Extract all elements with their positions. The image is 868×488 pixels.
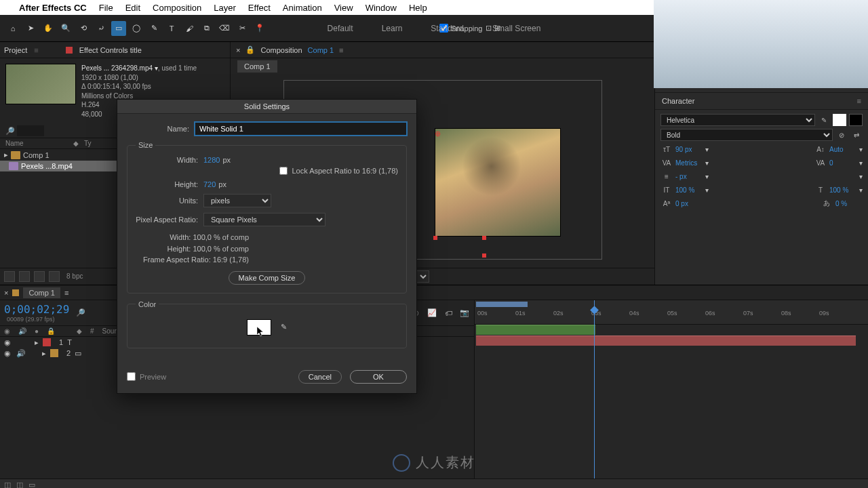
current-timecode[interactable]: 0;00;02;29: [4, 303, 69, 316]
tracking-input[interactable]: 0: [829, 159, 856, 167]
comp-menu-icon[interactable]: ≡: [339, 46, 343, 54]
layer-bar-2[interactable]: [476, 336, 856, 346]
status-icon-3[interactable]: ▭: [28, 481, 37, 487]
width-input[interactable]: 1280: [203, 156, 220, 164]
col-type[interactable]: Ty: [84, 140, 92, 147]
ellipse-tool-icon[interactable]: ◯: [129, 21, 144, 36]
visibility-icon[interactable]: ◉: [4, 338, 12, 347]
playhead[interactable]: [594, 300, 595, 488]
snapshot-icon[interactable]: 📷: [459, 308, 470, 319]
menu-animation[interactable]: Animation: [283, 3, 322, 13]
new-comp-icon[interactable]: [34, 271, 45, 282]
tsume-input[interactable]: 0 %: [835, 200, 863, 207]
menu-composition[interactable]: Composition: [153, 3, 201, 13]
menu-edit[interactable]: Edit: [125, 3, 140, 13]
font-size-input[interactable]: 90 px: [675, 146, 703, 153]
layer-color-swatch[interactable]: [50, 349, 58, 357]
search-icon[interactable]: 🔎: [5, 127, 15, 135]
menu-effect[interactable]: Effect: [248, 3, 271, 13]
work-area-bar[interactable]: [476, 302, 528, 307]
project-thumbnail[interactable]: [5, 64, 76, 104]
brush-tool-icon[interactable]: 🖌: [182, 21, 197, 36]
timeline-tracks[interactable]: 00s 01s 02s 03s 04s 05s 06s 07s 08s 09s: [475, 300, 868, 488]
rectangle-tool-icon[interactable]: ▭: [111, 21, 126, 36]
visibility-icon[interactable]: ◉: [4, 349, 12, 358]
col-label-icon[interactable]: ◆: [73, 140, 79, 147]
bpc-toggle[interactable]: 8 bpc: [64, 271, 85, 282]
workspace-small-screen[interactable]: Small Screen: [488, 21, 545, 36]
effect-controls-tab[interactable]: Effect Controls title: [79, 46, 142, 54]
tl-search-icon[interactable]: 🔎: [76, 308, 85, 317]
no-fill-icon[interactable]: ⊘: [835, 129, 848, 140]
layer-color-swatch[interactable]: [43, 338, 51, 346]
tl-close-icon[interactable]: ×: [4, 289, 8, 297]
stroke-width-input[interactable]: - px: [675, 173, 703, 180]
color-swatch[interactable]: [247, 319, 271, 336]
height-input[interactable]: 720: [203, 180, 216, 188]
comp-name[interactable]: Comp 1: [308, 46, 334, 54]
leading-input[interactable]: Auto: [829, 146, 856, 153]
clone-tool-icon[interactable]: ⧉: [199, 21, 214, 36]
menu-window[interactable]: Window: [366, 3, 397, 13]
swap-colors-icon[interactable]: ⇄: [850, 129, 863, 140]
roto-tool-icon[interactable]: ✂: [235, 21, 250, 36]
graph-editor-icon[interactable]: 📈: [427, 308, 437, 319]
workspace-learn[interactable]: Learn: [378, 21, 407, 36]
hand-tool-icon[interactable]: ✋: [41, 21, 56, 36]
cancel-button[interactable]: Cancel: [298, 370, 342, 384]
workspace-standard[interactable]: Standard: [427, 21, 468, 36]
color-eyedropper-icon[interactable]: ✎: [281, 323, 287, 331]
handle-left[interactable]: [433, 236, 437, 240]
units-select[interactable]: pixels: [203, 194, 271, 207]
stroke-color-swatch[interactable]: [849, 114, 863, 126]
interpret-icon[interactable]: [4, 271, 15, 282]
zoom-tool-icon[interactable]: 🔍: [58, 21, 73, 36]
audio-icon[interactable]: 🔊: [16, 349, 26, 358]
make-comp-size-button[interactable]: Make Comp Size: [229, 271, 306, 285]
baseline-input[interactable]: 0 px: [675, 200, 703, 207]
orbit-tool-icon[interactable]: ⟲: [76, 21, 91, 36]
anchor-point-icon[interactable]: ⊕: [435, 129, 441, 138]
preview-checkbox[interactable]: Preview: [127, 372, 166, 381]
lock-aspect-checkbox[interactable]: Lock Aspect Ratio to 16:9 (1,78): [279, 167, 398, 175]
hscale-input[interactable]: 100 %: [829, 186, 856, 194]
app-name[interactable]: After Effects CC: [19, 3, 87, 13]
status-icon-2[interactable]: ◫: [16, 481, 24, 487]
solid-name-input[interactable]: [195, 122, 407, 136]
lock-aspect-input[interactable]: [279, 167, 288, 175]
menu-layer[interactable]: Layer: [214, 3, 236, 13]
project-tab[interactable]: Project: [4, 46, 27, 54]
panel-menu-icon[interactable]: ≡: [34, 46, 38, 54]
lock-icon[interactable]: 🔒: [245, 45, 255, 54]
comp-breadcrumb[interactable]: Comp 1: [237, 60, 277, 73]
handle-bottom[interactable]: [482, 253, 486, 258]
menu-view[interactable]: View: [334, 3, 353, 13]
menu-file[interactable]: File: [99, 3, 113, 13]
rotate-tool-icon[interactable]: ⤾: [94, 21, 108, 36]
char-menu-icon[interactable]: ≡: [857, 97, 861, 105]
new-folder-icon[interactable]: [19, 271, 30, 282]
workspace-default[interactable]: Default: [323, 21, 357, 36]
puppet-tool-icon[interactable]: 📍: [252, 21, 267, 36]
timeline-ruler[interactable]: 00s 01s 02s 03s 04s 05s 06s 07s 08s 09s: [475, 300, 868, 325]
eyedropper-icon[interactable]: ✎: [818, 115, 830, 125]
eraser-tool-icon[interactable]: ⌫: [217, 21, 232, 36]
selection-tool-icon[interactable]: ➤: [23, 21, 38, 36]
ok-button[interactable]: OK: [350, 370, 407, 384]
kerning-input[interactable]: Metrics: [675, 159, 703, 167]
tl-menu-icon[interactable]: ≡: [64, 289, 68, 297]
par-select[interactable]: Square Pixels: [203, 213, 326, 226]
font-family-select[interactable]: Helvetica: [660, 114, 815, 126]
fill-color-swatch[interactable]: [833, 114, 846, 126]
panel-character[interactable]: Character≡: [655, 93, 868, 110]
home-tool-icon[interactable]: ⌂: [5, 21, 20, 36]
col-name[interactable]: Name: [5, 140, 73, 147]
pen-tool-icon[interactable]: ✎: [146, 21, 161, 36]
status-icon-1[interactable]: ◫: [4, 481, 12, 487]
close-tab-icon[interactable]: ×: [236, 46, 240, 54]
project-settings-icon[interactable]: [49, 271, 60, 282]
preview-input[interactable]: [127, 372, 136, 381]
type-tool-icon[interactable]: T: [164, 21, 179, 36]
layer-bar-1[interactable]: [476, 325, 595, 335]
handle-mid[interactable]: [482, 236, 486, 240]
